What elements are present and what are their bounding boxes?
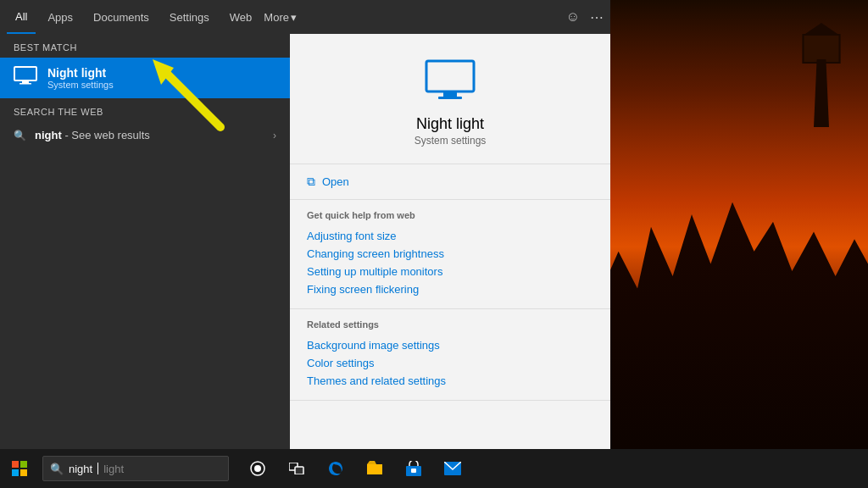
taskbar: 🔍 night light [0, 449, 868, 488]
search-web-label: Search the web [0, 98, 290, 122]
open-label: Open [322, 175, 349, 188]
open-window-icon: ⧉ [307, 175, 315, 189]
tab-settings[interactable]: Settings [161, 0, 218, 34]
link-background-image[interactable]: Background image settings [307, 336, 593, 354]
best-match-text: Night light System settings [47, 66, 114, 90]
content-area: Best match Night light System settings S… [0, 34, 610, 449]
svg-rect-1 [22, 80, 29, 83]
svg-point-12 [254, 465, 261, 472]
link-color-settings[interactable]: Color settings [307, 354, 593, 372]
taskbar-cursor [97, 463, 98, 474]
best-match-label: Best match [0, 34, 290, 58]
cortana-icon[interactable] [239, 449, 276, 488]
svg-rect-10 [20, 469, 27, 476]
tab-all[interactable]: All [7, 0, 36, 34]
search-query: night [35, 129, 62, 141]
web-search-text: night - See web results [35, 129, 264, 141]
see-web-results: See web results [71, 129, 150, 141]
mail-icon[interactable] [434, 449, 471, 488]
svg-rect-3 [426, 61, 474, 92]
svg-rect-9 [12, 469, 19, 476]
tab-web[interactable]: Web [221, 0, 261, 34]
taskbar-search-hint: light [103, 463, 124, 475]
more-label: More [264, 11, 289, 24]
web-search-icon: 🔍 [14, 130, 26, 141]
link-multiple-monitors[interactable]: Setting up multiple monitors [307, 263, 593, 280]
tab-documents[interactable]: Documents [85, 0, 158, 34]
open-button[interactable]: ⧉ Open [307, 175, 349, 189]
left-panel: Best match Night light System settings S… [0, 34, 290, 449]
start-menu: All Apps Documents Settings Web More ▾ ☺… [0, 0, 610, 449]
link-screen-flickering[interactable]: Fixing screen flickering [307, 280, 593, 298]
link-changing-brightness[interactable]: Changing screen brightness [307, 245, 593, 263]
task-view-icon[interactable] [278, 449, 315, 488]
open-section: ⧉ Open [290, 164, 610, 200]
tower-illustration [800, 25, 843, 127]
tower-platform [803, 34, 841, 64]
chevron-down-icon: ▾ [291, 11, 297, 24]
best-match-title: Night light [47, 66, 114, 80]
ellipsis-icon[interactable]: ⋯ [590, 9, 604, 25]
result-subtitle: System settings [415, 135, 487, 147]
edge-icon[interactable] [317, 449, 354, 488]
svg-rect-0 [14, 67, 36, 80]
start-button[interactable] [0, 449, 39, 488]
svg-rect-7 [12, 461, 19, 468]
person-icon[interactable]: ☺ [566, 9, 580, 25]
night-light-icon [14, 66, 37, 90]
taskbar-app-icons [239, 449, 471, 488]
taskbar-search-box[interactable]: 🔍 night light [42, 456, 229, 481]
best-match-subtitle: System settings [47, 80, 114, 90]
quick-help-section: Get quick help from web Adjusting font s… [290, 200, 610, 309]
link-themes[interactable]: Themes and related settings [307, 372, 593, 390]
tab-more[interactable]: More ▾ [264, 11, 297, 24]
quick-help-title: Get quick help from web [307, 210, 593, 220]
svg-rect-14 [295, 467, 303, 474]
tower-body [814, 59, 829, 127]
taskbar-search-icon: 🔍 [50, 463, 64, 475]
svg-rect-4 [443, 92, 457, 97]
web-search-item[interactable]: 🔍 night - See web results › [0, 122, 290, 148]
result-header: Night light System settings [290, 34, 610, 164]
related-settings-title: Related settings [307, 319, 593, 330]
related-settings-section: Related settings Background image settin… [290, 309, 610, 401]
explorer-icon[interactable] [356, 449, 393, 488]
store-icon[interactable] [395, 449, 432, 488]
search-nav-bar: All Apps Documents Settings Web More ▾ ☺… [0, 0, 610, 34]
taskbar-search-text: night [69, 463, 92, 475]
right-panel: Night light System settings ⧉ Open Get q… [290, 34, 610, 449]
chevron-right-icon: › [273, 130, 276, 141]
svg-rect-8 [20, 461, 27, 468]
svg-rect-5 [438, 97, 462, 99]
link-adjusting-font[interactable]: Adjusting font size [307, 227, 593, 245]
result-monitor-icon [425, 59, 476, 108]
background-scene [597, 0, 868, 449]
nav-action-icons: ☺ ⋯ [566, 9, 604, 25]
tab-apps[interactable]: Apps [39, 0, 81, 34]
best-match-item[interactable]: Night light System settings [0, 58, 290, 98]
svg-rect-2 [19, 83, 31, 85]
svg-rect-16 [411, 469, 416, 473]
result-title: Night light [416, 115, 484, 133]
